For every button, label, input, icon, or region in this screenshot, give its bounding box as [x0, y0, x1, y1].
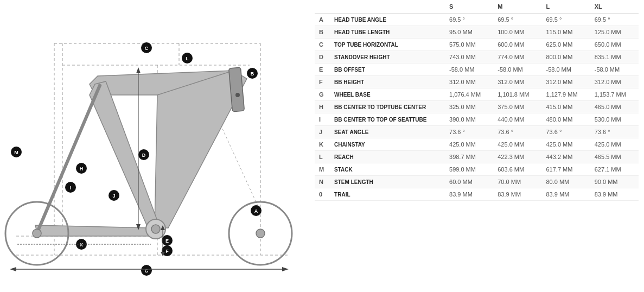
table-row: F BB HEIGHT 312.0 MM 312.0 MM 312.0 MM 3…: [315, 76, 639, 88]
row-label: REACH: [330, 151, 445, 163]
svg-text:E: E: [165, 238, 169, 244]
row-m: -58.0 MM: [493, 64, 541, 76]
table-row: A HEAD TUBE ANGLE 69.5 ° 69.5 ° 69.5 ° 6…: [315, 14, 639, 26]
row-l: 80.0 MM: [541, 176, 590, 188]
table-row: M STACK 599.0 MM 603.6 MM 617.7 MM 627.1…: [315, 163, 639, 176]
svg-text:I: I: [70, 185, 72, 191]
row-xl: 465.0 MM: [590, 101, 639, 113]
row-xl: 530.0 MM: [590, 113, 639, 126]
table-row: G WHEEL BASE 1,076.4 MM 1,101.8 MM 1,127…: [315, 88, 639, 101]
row-id: H: [315, 101, 330, 113]
row-s: 390.0 MM: [445, 113, 493, 126]
row-label: BB CENTER TO TOP OF SEATTUBE: [330, 113, 445, 126]
row-label: TRAIL: [330, 188, 445, 201]
col-m-header: M: [493, 0, 541, 14]
row-m: 1,101.8 MM: [493, 88, 541, 101]
row-label: STACK: [330, 163, 445, 176]
table-row: E BB OFFSET -58.0 MM -58.0 MM -58.0 MM -…: [315, 64, 639, 76]
row-xl: 312.0 MM: [590, 76, 639, 88]
row-s: 575.0 MM: [445, 39, 493, 51]
table-row: K CHAINSTAY 425.0 MM 425.0 MM 425.0 MM 4…: [315, 138, 639, 151]
row-label: BB HEIGHT: [330, 76, 445, 88]
row-l: -58.0 MM: [541, 64, 590, 76]
row-label: HEAD TUBE LENGTH: [330, 26, 445, 39]
row-xl: 425.0 MM: [590, 138, 639, 151]
row-id: D: [315, 51, 330, 64]
specs-table-panel: S M L XL A HEAD TUBE ANGLE 69.5 ° 69.5 °…: [309, 0, 644, 292]
row-m: 83.9 MM: [493, 188, 541, 201]
row-s: 1,076.4 MM: [445, 88, 493, 101]
row-m: 375.0 MM: [493, 101, 541, 113]
table-row: B HEAD TUBE LENGTH 95.0 MM 100.0 MM 115.…: [315, 26, 639, 39]
svg-point-20: [151, 225, 160, 233]
bike-diagram-panel: A B C D E F G H I J K L: [0, 0, 309, 292]
row-xl: 1,153.7 MM: [590, 88, 639, 101]
row-xl: 83.9 MM: [590, 188, 639, 201]
row-m: 422.3 MM: [493, 151, 541, 163]
row-l: 425.0 MM: [541, 138, 590, 151]
row-l: 73.6 °: [541, 126, 590, 138]
col-label-header: [330, 0, 445, 14]
row-l: 800.0 MM: [541, 51, 590, 64]
row-label: SEAT ANGLE: [330, 126, 445, 138]
row-label: STEM LENGTH: [330, 176, 445, 188]
row-s: 69.5 °: [445, 14, 493, 26]
row-l: 617.7 MM: [541, 163, 590, 176]
svg-text:K: K: [80, 242, 84, 247]
svg-point-22: [256, 229, 265, 238]
row-xl: 465.5 MM: [590, 151, 639, 163]
svg-point-61: [235, 93, 240, 97]
row-xl: 125.0 MM: [590, 26, 639, 39]
row-id: G: [315, 88, 330, 101]
row-xl: 835.1 MM: [590, 51, 639, 64]
row-m: 425.0 MM: [493, 138, 541, 151]
row-id: E: [315, 64, 330, 76]
row-xl: 650.0 MM: [590, 39, 639, 51]
row-s: -58.0 MM: [445, 64, 493, 76]
specs-table: S M L XL A HEAD TUBE ANGLE 69.5 ° 69.5 °…: [315, 0, 639, 201]
row-s: 599.0 MM: [445, 163, 493, 176]
row-s: 95.0 MM: [445, 26, 493, 39]
svg-text:M: M: [14, 150, 18, 155]
row-l: 312.0 MM: [541, 76, 590, 88]
row-l: 1,127.9 MM: [541, 88, 590, 101]
svg-text:L: L: [186, 56, 189, 61]
row-s: 325.0 MM: [445, 101, 493, 113]
svg-text:J: J: [112, 193, 115, 199]
row-id: K: [315, 138, 330, 151]
row-id: J: [315, 126, 330, 138]
col-l-header: L: [541, 0, 590, 14]
row-id: L: [315, 151, 330, 163]
row-l: 625.0 MM: [541, 39, 590, 51]
row-l: 415.0 MM: [541, 101, 590, 113]
row-label: CHAINSTAY: [330, 138, 445, 151]
row-label: BB OFFSET: [330, 64, 445, 76]
row-id: M: [315, 163, 330, 176]
row-s: 312.0 MM: [445, 76, 493, 88]
row-id: N: [315, 176, 330, 188]
row-xl: 627.1 MM: [590, 163, 639, 176]
row-m: 100.0 MM: [493, 26, 541, 39]
row-l: 83.9 MM: [541, 188, 590, 201]
table-row: C TOP TUBE HORIZONTAL 575.0 MM 600.0 MM …: [315, 39, 639, 51]
svg-text:A: A: [254, 208, 258, 214]
row-xl: 73.6 °: [590, 126, 639, 138]
row-l: 115.0 MM: [541, 26, 590, 39]
row-id: 0: [315, 188, 330, 201]
row-s: 60.0 MM: [445, 176, 493, 188]
row-m: 600.0 MM: [493, 39, 541, 51]
row-s: 73.6 °: [445, 126, 493, 138]
row-id: B: [315, 26, 330, 39]
table-row: 0 TRAIL 83.9 MM 83.9 MM 83.9 MM 83.9 MM: [315, 188, 639, 201]
svg-text:H: H: [80, 166, 84, 172]
row-label: BB CENTER TO TOPTUBE CENTER: [330, 101, 445, 113]
row-id: A: [315, 14, 330, 26]
table-row: L REACH 398.7 MM 422.3 MM 443.2 MM 465.5…: [315, 151, 639, 163]
table-row: J SEAT ANGLE 73.6 ° 73.6 ° 73.6 ° 73.6 °: [315, 126, 639, 138]
row-label: WHEEL BASE: [330, 88, 445, 101]
row-m: 69.5 °: [493, 14, 541, 26]
row-m: 440.0 MM: [493, 113, 541, 126]
row-label: STANDOVER HEIGHT: [330, 51, 445, 64]
svg-text:C: C: [145, 46, 149, 51]
svg-rect-0: [0, 0, 309, 292]
